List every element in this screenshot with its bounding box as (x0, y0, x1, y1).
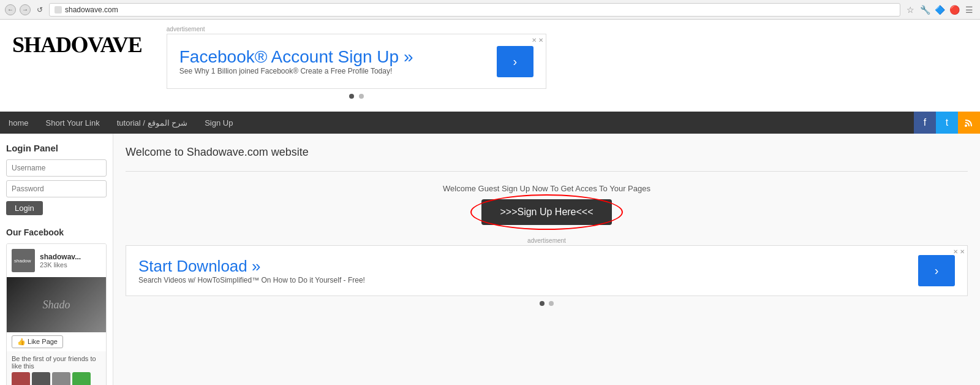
reload-button[interactable]: ↺ (34, 4, 45, 15)
fb-page-name: shadowav... (40, 253, 81, 261)
sidebar: Login Panel Login Our Facebook shadow sh… (0, 134, 113, 385)
header-ad-area: advertisement ✕ ✕ Facebook® Account Sign… (167, 26, 546, 101)
friend-avatar-1 (12, 372, 30, 385)
content-ad-dots (126, 299, 968, 308)
fb-avatar: shadow (12, 249, 35, 272)
fb-widget-header: shadow shadowav... 23K likes (7, 244, 106, 277)
signup-promo-text: Welcome Guest Sign Up Now To Get Acces T… (126, 184, 968, 193)
signup-btn-wrapper: >>>Sign Up Here<<< (481, 199, 611, 225)
logo-text: SHAD𝐎VAVE (12, 32, 142, 57)
facebook-widget: shadow shadowav... 23K likes Shado 👍 Lik… (6, 243, 107, 385)
fb-friends-text: Be the first of your friends to like thi… (12, 355, 96, 370)
content-ad-close[interactable]: ✕ ✕ (953, 248, 965, 255)
content-ad-dot-2 (549, 301, 554, 306)
svg-point-0 (965, 124, 967, 127)
friend-avatar-4 (72, 372, 91, 385)
divider-1 (126, 171, 968, 172)
nav-facebook-btn[interactable]: f (914, 112, 936, 134)
browser-chrome: ← → ↺ shadowave.com ☆ 🔧 🔷 🔴 ☰ (0, 0, 980, 20)
signup-promo: Welcome Guest Sign Up Now To Get Acces T… (126, 184, 968, 225)
nav-item-home[interactable]: home (0, 112, 37, 134)
rss-icon (964, 118, 974, 128)
header-ad-close[interactable]: ✕ ✕ (532, 37, 543, 44)
url-icon (55, 6, 62, 13)
back-button[interactable]: ← (5, 4, 16, 15)
login-panel-title: Login Panel (6, 143, 107, 153)
site-nav: home Short Your Link tutorial / شرح المو… (0, 112, 980, 134)
friend-avatar-3 (52, 372, 70, 385)
our-facebook-title: Our Facebook (6, 227, 107, 237)
content-area: Welcome to Shadowave.com website Welcome… (113, 134, 980, 385)
svg-text:shadow: shadow (14, 258, 31, 264)
nav-item-tutorial[interactable]: tutorial / شرح الموقع (108, 112, 196, 134)
fb-friends-section: Be the first of your friends to like thi… (7, 351, 106, 385)
welcome-title: Welcome to Shadowave.com website (126, 146, 968, 159)
nav-left: home Short Your Link tutorial / شرح المو… (0, 112, 914, 134)
content-ad-container: ✕ ✕ Start Download » Search Videos w/ Ho… (126, 245, 968, 296)
star-button[interactable]: ☆ (904, 4, 916, 16)
nav-rss-btn[interactable] (958, 112, 980, 134)
ext1-button[interactable]: 🔧 (919, 4, 931, 16)
fb-like-button[interactable]: 👍 Like Page (12, 335, 63, 348)
nav-twitter-btn[interactable]: t (936, 112, 958, 134)
fb-cover-image: Shado (7, 277, 106, 332)
site-wrapper: SHAD𝐎VAVE advertisement ✕ ✕ Facebook® Ac… (0, 20, 980, 385)
header-ad-title: Facebook® Account Sign Up » (179, 47, 413, 67)
signup-here-button[interactable]: >>>Sign Up Here<<< (481, 199, 611, 225)
content-ad-dot-1 (540, 301, 545, 306)
url-text: shadowave.com (65, 6, 118, 14)
header-ad-cta[interactable]: › (497, 46, 533, 77)
forward-button[interactable]: → (20, 4, 31, 15)
nav-item-signup[interactable]: Sign Up (196, 112, 241, 134)
username-input[interactable] (6, 159, 107, 177)
nav-social: f t (914, 112, 980, 134)
header-ad-dots (167, 91, 546, 101)
browser-actions: ☆ 🔧 🔷 🔴 ☰ (904, 4, 975, 16)
ad-dot-2 (359, 94, 364, 99)
site-logo: SHAD𝐎VAVE (12, 32, 142, 58)
ext3-button[interactable]: 🔴 (948, 4, 960, 16)
ad-dot-1 (349, 94, 354, 99)
fb-avatar-img: shadow (12, 249, 35, 272)
fb-like-btn-row: 👍 Like Page (7, 332, 106, 351)
ext2-button[interactable]: 🔷 (933, 4, 946, 16)
content-ad-title: Start Download » (138, 257, 365, 276)
content-ad-cta[interactable]: › (918, 255, 955, 286)
login-button[interactable]: Login (6, 201, 43, 215)
main-layout: Login Panel Login Our Facebook shadow sh… (0, 134, 980, 385)
header-ad-label: advertisement (167, 26, 546, 32)
header-ad-container: ✕ ✕ Facebook® Account Sign Up » See Why … (167, 34, 546, 89)
nav-item-short[interactable]: Short Your Link (37, 112, 108, 134)
fb-page-likes: 23K likes (40, 261, 81, 269)
password-input[interactable] (6, 180, 107, 197)
url-bar[interactable]: shadowave.com (49, 3, 900, 17)
menu-button[interactable]: ☰ (963, 4, 975, 16)
header-ad-subtitle: See Why 1 Billion joined Facebook® Creat… (179, 67, 413, 75)
site-header: SHAD𝐎VAVE advertisement ✕ ✕ Facebook® Ac… (0, 20, 980, 112)
content-ad-text: Start Download » Search Videos w/ HowToS… (138, 257, 365, 284)
content-ad-subtitle: Search Videos w/ HowToSimplified™ On How… (138, 276, 365, 284)
fb-page-info: shadowav... 23K likes (40, 253, 81, 269)
friend-avatar-2 (32, 372, 50, 385)
fb-friends-avatars (12, 372, 101, 385)
header-ad-text: Facebook® Account Sign Up » See Why 1 Bi… (179, 47, 413, 75)
content-ad-label: advertisement (126, 237, 968, 244)
